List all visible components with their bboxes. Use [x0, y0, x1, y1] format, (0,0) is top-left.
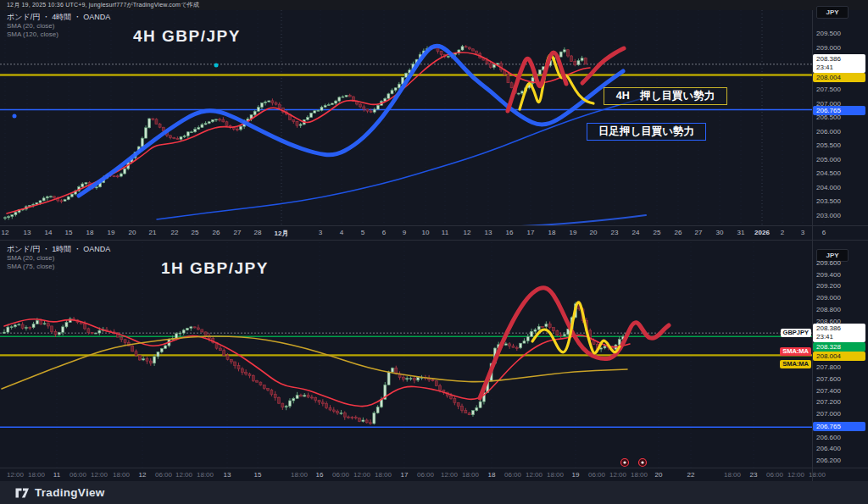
price-tick: 205.000 [816, 156, 841, 163]
chart-plot-1h[interactable] [0, 242, 812, 468]
price-tick: 209.200 [816, 282, 841, 290]
time-tick: 12:00 [441, 471, 458, 479]
time-tick: 31 [737, 229, 745, 236]
price-axis-4h[interactable]: 209.500209.000208.500207.500207.000206.5… [813, 10, 868, 225]
time-tick: 12月 [275, 229, 289, 238]
time-tick: 12 [2, 229, 9, 236]
time-tick: 26 [213, 229, 220, 236]
time-tick: 06:00 [155, 471, 172, 479]
price-tick: 208.800 [816, 306, 841, 313]
time-tick: 12 [139, 471, 147, 479]
time-tick: 22 [171, 229, 179, 236]
time-tick: 17 [527, 229, 535, 236]
time-tick: 06:00 [417, 471, 434, 479]
time-tick: 20 [590, 229, 598, 236]
time-tick: 12:00 [7, 471, 24, 479]
price-label: 208.386 23:41 [813, 324, 865, 342]
price-tick: 207.400 [816, 387, 841, 395]
legend-4h: ポンド/円 ・ 4時間 ・ OANDA SMA (20, close) SMA … [7, 13, 110, 38]
time-tick: 18:00 [291, 471, 308, 479]
time-tick: 27 [234, 229, 242, 236]
annotation-4h-dip-buyers[interactable]: 4H 押し目買い勢力 [604, 87, 727, 105]
legend-symbol-4h[interactable]: ポンド/円 ・ 4時間 ・ OANDA [7, 13, 110, 21]
time-tick: 13 [24, 229, 31, 236]
time-tick: 24 [632, 229, 640, 236]
price-tick: 209.000 [816, 294, 841, 302]
time-tick: 18:00 [631, 471, 648, 479]
time-tick: 25 [192, 229, 199, 236]
time-tick: 2026 [754, 229, 770, 236]
price-label: 208.328 [813, 342, 865, 352]
time-tick: 14 [45, 229, 53, 236]
time-tick: 18:00 [375, 471, 392, 479]
sma-ma-label: SMA:MA [780, 360, 811, 368]
time-tick: 22 [687, 471, 695, 479]
time-tick: 06:00 [588, 471, 605, 479]
time-tick: 18:00 [197, 471, 214, 479]
price-label: 206.765 [813, 106, 865, 115]
time-tick: 20 [129, 229, 136, 236]
time-tick: 18:00 [724, 471, 741, 479]
legend-sma20-1h[interactable]: SMA (20, close) [7, 254, 110, 262]
time-tick: 25 [654, 229, 661, 236]
panel-separator [0, 240, 868, 241]
time-tick: 26 [675, 229, 682, 236]
time-axis-4h[interactable]: 1213141518192021222526272812月34569101112… [0, 226, 868, 239]
time-tick: 12:00 [353, 471, 370, 479]
price-tick: 209.000 [816, 44, 841, 52]
price-label: 208.386 23:41 [813, 54, 865, 73]
tradingview-brand[interactable]: TradingView [35, 486, 105, 499]
time-tick: 18 [548, 229, 556, 236]
panel-title-1h[interactable]: 1H GBP/JPY [161, 259, 269, 278]
time-tick: 9 [403, 229, 406, 236]
price-tick: 203.500 [816, 197, 841, 205]
time-tick: 21 [149, 229, 157, 236]
time-tick: 19 [108, 229, 115, 236]
legend-1h: ポンド/円 ・ 1時間 ・ OANDA SMA (20, close) SMA … [7, 245, 110, 270]
time-tick: 6 [382, 229, 386, 236]
time-tick: 12 [464, 229, 471, 236]
time-tick: 3 [801, 229, 804, 236]
symbol-label: GBPJPY [781, 329, 811, 337]
price-tick: 205.500 [816, 141, 841, 149]
time-tick: 12:00 [175, 471, 192, 479]
time-tick: 18:00 [809, 471, 826, 479]
time-tick: 12:00 [609, 471, 626, 479]
price-tick: 206.000 [816, 128, 841, 136]
time-tick: 5 [361, 229, 364, 236]
time-tick: 19 [570, 229, 577, 236]
time-tick: 3 [319, 229, 322, 236]
price-tick: 207.600 [816, 375, 841, 383]
time-tick: 19 [572, 471, 580, 479]
time-tick: 12:00 [787, 471, 804, 479]
time-tick: 18:00 [462, 471, 479, 479]
meta-bar: 12月 19, 2025 10:36 UTC+9, junglesurf777が… [0, 0, 868, 10]
time-tick: 18 [86, 229, 94, 236]
time-tick: 11 [442, 229, 448, 236]
price-tick: 204.000 [816, 184, 841, 191]
time-axis-1h[interactable]: 12:0018:001106:0012:0018:001206:0012:001… [0, 468, 868, 481]
time-tick: 18:00 [113, 471, 130, 479]
time-tick: 27 [695, 229, 703, 236]
time-tick: 28 [254, 229, 262, 236]
legend-sma75-1h[interactable]: SMA (75, close) [7, 263, 110, 270]
time-tick: 06:00 [332, 471, 349, 479]
price-tick: 209.600 [816, 259, 841, 267]
tradingview-logo-icon[interactable] [15, 486, 30, 499]
price-tick: 209.500 [816, 30, 841, 37]
price-tick: 207.500 [816, 86, 841, 93]
legend-sma20-4h[interactable]: SMA (20, close) [7, 22, 110, 30]
price-tick: 207.200 [816, 398, 841, 406]
chart-plot-4h[interactable] [0, 10, 812, 225]
time-tick: 30 [716, 229, 724, 236]
time-tick: 13 [485, 229, 492, 236]
legend-sma120-4h[interactable]: SMA (120, close) [7, 30, 110, 38]
time-tick: 15 [65, 229, 73, 236]
price-tick: 209.400 [816, 271, 841, 279]
legend-symbol-1h[interactable]: ポンド/円 ・ 1時間 ・ OANDA [7, 245, 110, 253]
annotation-daily-dip-buyers[interactable]: 日足押し目買い勢力 [587, 123, 706, 141]
time-tick: 06:00 [504, 471, 521, 479]
time-tick: 23 [611, 229, 619, 236]
time-tick: 15 [254, 471, 262, 479]
panel-title-4h[interactable]: 4H GBP/JPY [133, 27, 241, 46]
